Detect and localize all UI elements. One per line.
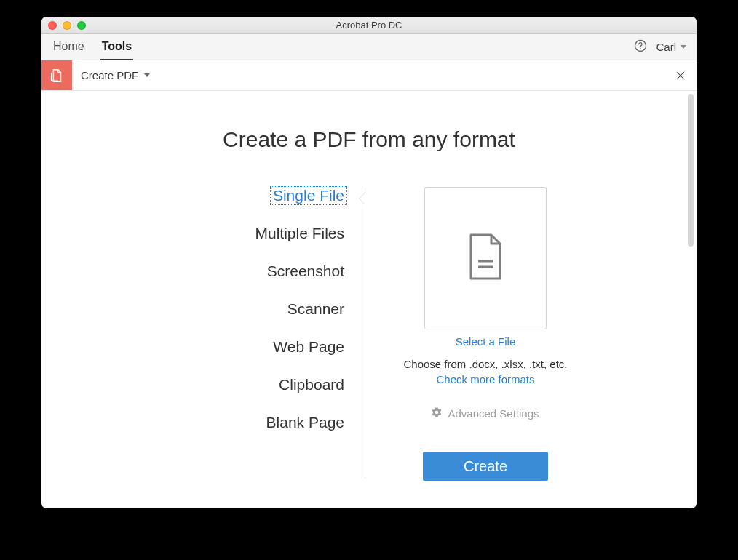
page-title: Create a PDF from any format bbox=[41, 127, 697, 152]
content-area: Create a PDF from any format Single File… bbox=[41, 91, 697, 508]
document-icon bbox=[465, 232, 506, 284]
option-scanner[interactable]: Scanner bbox=[287, 300, 344, 318]
tool-dropdown[interactable]: Create PDF bbox=[72, 60, 150, 90]
format-hint: Choose from .docx, .xlsx, .txt, etc. bbox=[403, 358, 567, 370]
help-icon[interactable] bbox=[634, 39, 647, 55]
user-name: Carl bbox=[656, 41, 676, 53]
window-controls bbox=[48, 21, 86, 30]
selection-indicator bbox=[360, 193, 365, 204]
top-nav: Home Tools Carl bbox=[41, 34, 697, 60]
option-web-page[interactable]: Web Page bbox=[273, 338, 344, 356]
tool-label: Create PDF bbox=[81, 69, 138, 81]
file-panel: Select a File Choose from .docx, .xlsx, … bbox=[365, 187, 584, 481]
chevron-down-icon bbox=[144, 73, 150, 77]
option-clipboard[interactable]: Clipboard bbox=[279, 376, 344, 393]
scrollbar[interactable] bbox=[688, 94, 694, 247]
create-pdf-icon bbox=[41, 60, 72, 90]
tool-bar: Create PDF bbox=[41, 60, 697, 91]
option-single-file[interactable]: Single File bbox=[270, 186, 347, 205]
titlebar: Acrobat Pro DC bbox=[41, 17, 697, 34]
user-menu[interactable]: Carl bbox=[656, 41, 686, 53]
minimize-window-button[interactable] bbox=[63, 21, 71, 30]
create-button[interactable]: Create bbox=[423, 452, 548, 481]
nav-tools[interactable]: Tools bbox=[100, 34, 133, 60]
advanced-settings[interactable]: Advanced Settings bbox=[432, 407, 539, 420]
maximize-window-button[interactable] bbox=[77, 21, 86, 30]
nav-home[interactable]: Home bbox=[52, 34, 86, 60]
advanced-settings-label: Advanced Settings bbox=[448, 407, 539, 420]
close-tool-button[interactable] bbox=[664, 60, 697, 90]
chevron-down-icon bbox=[681, 45, 686, 49]
gear-icon bbox=[432, 407, 442, 420]
select-file-link[interactable]: Select a File bbox=[456, 335, 516, 348]
window-title: Acrobat Pro DC bbox=[41, 20, 697, 31]
close-window-button[interactable] bbox=[48, 21, 57, 30]
source-options: Single File Multiple Files Screenshot Sc… bbox=[154, 187, 365, 478]
option-multiple-files[interactable]: Multiple Files bbox=[255, 225, 344, 242]
file-drop-zone[interactable] bbox=[424, 187, 547, 329]
option-blank-page[interactable]: Blank Page bbox=[266, 414, 344, 431]
app-window: Acrobat Pro DC Home Tools Carl bbox=[41, 17, 697, 508]
check-formats-link[interactable]: Check more formats bbox=[436, 373, 534, 385]
svg-point-1 bbox=[640, 48, 641, 49]
option-screenshot[interactable]: Screenshot bbox=[267, 263, 344, 280]
